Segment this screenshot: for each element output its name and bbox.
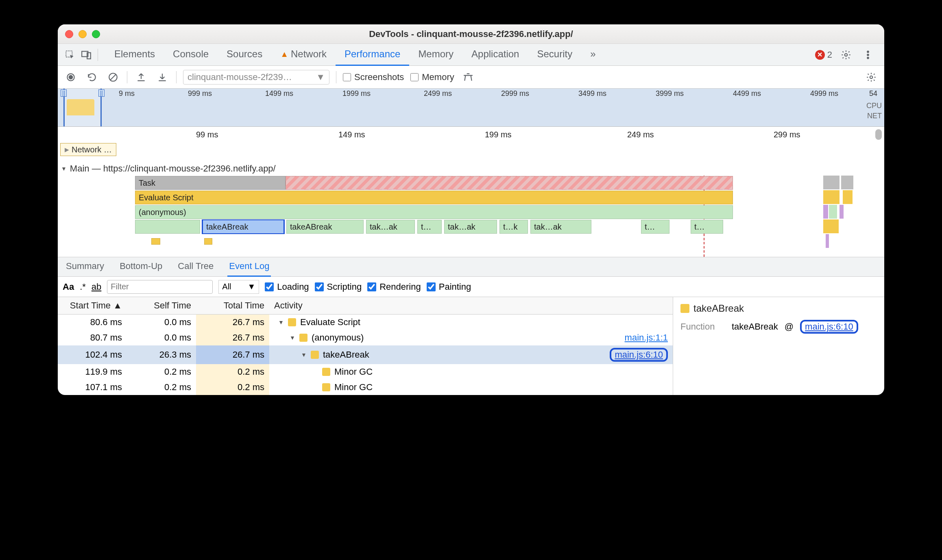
main-thread-label[interactable]: Main — https://clinquant-mousse-2f2396.n…: [58, 162, 884, 176]
tab-call-tree[interactable]: Call Tree: [176, 257, 215, 277]
chevron-down-icon: ▼: [248, 282, 256, 291]
flame-chart[interactable]: Task Evaluate Script (anonymous) takeABr…: [58, 176, 884, 257]
detail-at-symbol: @: [785, 321, 794, 332]
event-log-row[interactable]: 80.6 ms0.0 ms26.7 ms▼Evaluate Script: [58, 315, 673, 330]
detail-source-link[interactable]: main.js:6:10: [800, 320, 858, 334]
flame-bar-takeabreak[interactable]: t…: [691, 220, 723, 234]
record-button[interactable]: [63, 70, 78, 85]
memory-checkbox[interactable]: Memory: [410, 72, 454, 82]
cell-total-time: 26.7 ms: [196, 330, 269, 345]
overview-tick: 2999 ms: [501, 89, 529, 98]
overview-tick: 4999 ms: [810, 89, 838, 98]
flame-bar-call-gap[interactable]: [135, 220, 200, 234]
network-track-chip[interactable]: Network …: [60, 143, 116, 156]
flame-bar-takeabreak[interactable]: takeABreak: [286, 220, 364, 234]
overview-tick: 3499 ms: [578, 89, 606, 98]
flame-tick: 299 ms: [774, 130, 800, 139]
col-activity[interactable]: Activity: [269, 297, 673, 315]
tab-summary[interactable]: Summary: [64, 257, 106, 277]
upload-profile-icon[interactable]: [134, 70, 148, 85]
flame-chart-area[interactable]: 99 ms 149 ms 199 ms 249 ms 299 ms Networ…: [58, 127, 884, 257]
detail-title: takeABreak: [680, 303, 877, 314]
tab-memory[interactable]: Memory: [409, 44, 462, 66]
settings-gear-icon[interactable]: [838, 47, 854, 63]
expand-toggle-icon[interactable]: ▼: [278, 319, 284, 326]
flame-bar-takeabreak[interactable]: t…: [417, 220, 442, 234]
flame-bar-minor[interactable]: [151, 238, 160, 245]
flame-bar-anonymous[interactable]: (anonymous): [135, 205, 733, 219]
garbage-collect-icon[interactable]: [461, 70, 475, 85]
tab-console[interactable]: Console: [164, 44, 218, 66]
event-log-row[interactable]: 119.9 ms0.2 ms0.2 msMinor GC: [58, 364, 673, 380]
flame-bar-evaluate-script[interactable]: Evaluate Script: [135, 191, 733, 204]
tabs-overflow-button[interactable]: »: [581, 44, 604, 66]
tab-performance[interactable]: Performance: [336, 44, 409, 66]
error-count-badge[interactable]: ✕ 2: [815, 50, 832, 60]
activity-label: Minor GC: [334, 382, 373, 393]
duration-filter-select[interactable]: All▼: [218, 280, 259, 294]
error-icon: ✕: [815, 50, 825, 60]
devtools-window: DevTools - clinquant-mousse-2f2396.netli…: [58, 24, 884, 395]
flame-bar-long-task[interactable]: [286, 176, 733, 190]
event-log-row[interactable]: 107.1 ms0.2 ms0.2 msMinor GC: [58, 380, 673, 395]
reload-button[interactable]: [85, 70, 99, 85]
tab-elements[interactable]: Elements: [105, 44, 164, 66]
cell-self-time: 0.0 ms: [127, 315, 196, 330]
loading-label: Loading: [277, 282, 309, 292]
inspect-element-icon[interactable]: [62, 47, 78, 63]
clear-button[interactable]: [106, 70, 120, 85]
source-link[interactable]: main.js:1:1: [625, 332, 668, 343]
screenshots-checkbox[interactable]: Screenshots: [343, 72, 404, 82]
match-whole-word-toggle[interactable]: ab: [92, 282, 101, 292]
timeline-overview[interactable]: 9 ms 999 ms 1499 ms 1999 ms 2499 ms 2999…: [58, 89, 884, 127]
cpu-label: CPU: [866, 102, 882, 110]
regex-toggle[interactable]: .*: [80, 282, 86, 292]
col-start-time[interactable]: Start Time ▲: [58, 297, 127, 315]
event-log-split: Start Time ▲ Self Time Total Time Activi…: [58, 297, 884, 395]
vertical-scroll-thumb[interactable]: [875, 129, 882, 140]
flame-bar-takeabreak-selected[interactable]: takeABreak: [203, 220, 284, 234]
window-titlebar: DevTools - clinquant-mousse-2f2396.netli…: [58, 24, 884, 44]
expand-toggle-icon[interactable]: ▼: [290, 334, 295, 341]
expand-toggle-icon[interactable]: ▼: [301, 352, 307, 358]
painting-checkbox[interactable]: Painting: [427, 282, 471, 292]
overview-range-handle[interactable]: [63, 89, 102, 126]
tab-network-label: Network: [291, 48, 327, 60]
scripting-checkbox[interactable]: Scripting: [315, 282, 362, 292]
flame-bar-takeabreak[interactable]: t…k: [499, 220, 528, 234]
event-log-row[interactable]: 102.4 ms26.3 ms26.7 ms▼takeABreakmain.js…: [58, 345, 673, 364]
source-link[interactable]: main.js:6:10: [610, 348, 668, 362]
rendering-checkbox[interactable]: Rendering: [367, 282, 421, 292]
flame-bar-takeabreak[interactable]: tak…ak: [366, 220, 415, 234]
scripting-color-swatch-icon: [299, 334, 307, 342]
tab-sources[interactable]: Sources: [218, 44, 271, 66]
flame-bar-task[interactable]: Task: [135, 176, 286, 190]
event-log-table: Start Time ▲ Self Time Total Time Activi…: [58, 297, 673, 395]
recording-dropdown[interactable]: clinquant-mousse-2f239… ▼: [183, 70, 329, 85]
tab-security[interactable]: Security: [528, 44, 581, 66]
loading-checkbox[interactable]: Loading: [265, 282, 309, 292]
flame-bar-takeabreak[interactable]: tak…ak: [530, 220, 591, 234]
tab-network[interactable]: ▲Network: [271, 44, 336, 66]
more-menu-icon[interactable]: [860, 47, 876, 63]
sort-asc-icon: ▲: [113, 300, 122, 310]
svg-point-5: [867, 54, 868, 55]
flame-bar-minor[interactable]: [204, 238, 212, 245]
tab-event-log[interactable]: Event Log: [227, 257, 271, 277]
event-log-row[interactable]: 80.7 ms0.0 ms26.7 ms▼(anonymous)main.js:…: [58, 330, 673, 345]
download-profile-icon[interactable]: [155, 70, 170, 85]
col-total-time[interactable]: Total Time: [196, 297, 269, 315]
detail-function-label: Function: [680, 321, 725, 332]
flame-bar-takeabreak[interactable]: t…: [641, 220, 669, 234]
cell-self-time: 0.2 ms: [127, 364, 196, 380]
event-log-table-pane: Start Time ▲ Self Time Total Time Activi…: [58, 297, 673, 395]
tab-bottom-up[interactable]: Bottom-Up: [118, 257, 164, 277]
detail-function-name: takeABreak: [732, 321, 778, 332]
col-self-time[interactable]: Self Time: [127, 297, 196, 315]
flame-bar-takeabreak[interactable]: tak…ak: [444, 220, 497, 234]
tab-application[interactable]: Application: [462, 44, 528, 66]
match-case-toggle[interactable]: Aa: [63, 282, 74, 292]
device-toolbar-icon[interactable]: [78, 47, 94, 63]
filter-input[interactable]: [107, 280, 213, 294]
capture-settings-icon[interactable]: [864, 70, 879, 85]
